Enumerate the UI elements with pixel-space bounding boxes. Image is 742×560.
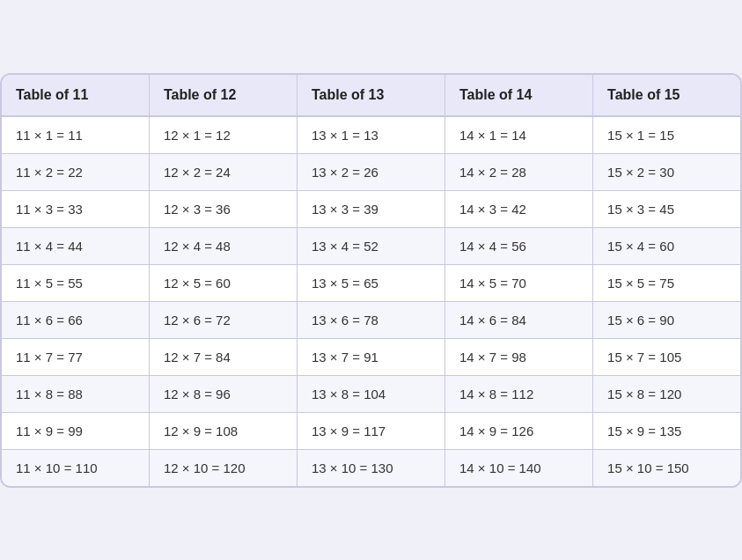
table-cell-r3-c2: 12 × 3 = 36 [149, 190, 297, 227]
table-cell-r9-c3: 13 × 9 = 117 [297, 412, 444, 449]
table-row: 11 × 1 = 1112 × 1 = 1213 × 1 = 1314 × 1 … [2, 116, 740, 154]
table-cell-r2-c3: 13 × 2 = 26 [297, 153, 444, 190]
table-cell-r6-c2: 12 × 6 = 72 [149, 301, 297, 338]
multiplication-table-container: Table of 11Table of 12Table of 13Table o… [0, 73, 742, 488]
table-cell-r2-c1: 11 × 2 = 22 [2, 153, 149, 190]
table-cell-r6-c4: 14 × 6 = 84 [445, 301, 593, 338]
table-header-col-1: Table of 11 [2, 75, 149, 116]
table-cell-r9-c1: 11 × 9 = 99 [2, 412, 149, 449]
table-cell-r1-c5: 15 × 1 = 15 [593, 116, 740, 154]
table-header-col-3: Table of 13 [297, 75, 444, 116]
table-cell-r7-c2: 12 × 7 = 84 [149, 338, 297, 375]
table-row: 11 × 6 = 6612 × 6 = 7213 × 6 = 7814 × 6 … [2, 301, 740, 338]
table-cell-r1-c2: 12 × 1 = 12 [149, 116, 297, 154]
table-cell-r1-c4: 14 × 1 = 14 [445, 116, 593, 154]
table-header-col-5: Table of 15 [593, 75, 740, 116]
table-cell-r5-c4: 14 × 5 = 70 [445, 264, 593, 301]
table-cell-r3-c4: 14 × 3 = 42 [445, 190, 593, 227]
table-body: 11 × 1 = 1112 × 1 = 1213 × 1 = 1314 × 1 … [2, 116, 740, 486]
multiplication-table: Table of 11Table of 12Table of 13Table o… [2, 75, 740, 486]
table-cell-r8-c3: 13 × 8 = 104 [297, 375, 444, 412]
table-cell-r4-c4: 14 × 4 = 56 [445, 227, 593, 264]
table-cell-r6-c3: 13 × 6 = 78 [297, 301, 444, 338]
table-cell-r6-c1: 11 × 6 = 66 [2, 301, 149, 338]
table-cell-r1-c1: 11 × 1 = 11 [2, 116, 149, 154]
table-row: 11 × 7 = 7712 × 7 = 8413 × 7 = 9114 × 7 … [2, 338, 740, 375]
table-cell-r8-c4: 14 × 8 = 112 [445, 375, 593, 412]
table-row: 11 × 5 = 5512 × 5 = 6013 × 5 = 6514 × 5 … [2, 264, 740, 301]
table-header-row: Table of 11Table of 12Table of 13Table o… [2, 75, 740, 116]
table-row: 11 × 2 = 2212 × 2 = 2413 × 2 = 2614 × 2 … [2, 153, 740, 190]
table-cell-r3-c1: 11 × 3 = 33 [2, 190, 149, 227]
table-row: 11 × 4 = 4412 × 4 = 4813 × 4 = 5214 × 4 … [2, 227, 740, 264]
table-cell-r2-c2: 12 × 2 = 24 [149, 153, 297, 190]
table-cell-r7-c3: 13 × 7 = 91 [297, 338, 444, 375]
table-cell-r8-c1: 11 × 8 = 88 [2, 375, 149, 412]
table-cell-r2-c4: 14 × 2 = 28 [445, 153, 593, 190]
table-row: 11 × 10 = 11012 × 10 = 12013 × 10 = 1301… [2, 449, 740, 486]
table-cell-r8-c2: 12 × 8 = 96 [149, 375, 297, 412]
table-cell-r6-c5: 15 × 6 = 90 [593, 301, 740, 338]
table-cell-r7-c1: 11 × 7 = 77 [2, 338, 149, 375]
table-cell-r4-c3: 13 × 4 = 52 [297, 227, 444, 264]
table-cell-r5-c3: 13 × 5 = 65 [297, 264, 444, 301]
table-cell-r9-c2: 12 × 9 = 108 [149, 412, 297, 449]
table-cell-r3-c3: 13 × 3 = 39 [297, 190, 444, 227]
table-cell-r10-c4: 14 × 10 = 140 [445, 449, 593, 486]
table-cell-r5-c1: 11 × 5 = 55 [2, 264, 149, 301]
table-cell-r8-c5: 15 × 8 = 120 [593, 375, 740, 412]
table-cell-r5-c2: 12 × 5 = 60 [149, 264, 297, 301]
table-cell-r10-c3: 13 × 10 = 130 [297, 449, 444, 486]
table-header-col-2: Table of 12 [149, 75, 297, 116]
table-cell-r7-c4: 14 × 7 = 98 [445, 338, 593, 375]
table-row: 11 × 9 = 9912 × 9 = 10813 × 9 = 11714 × … [2, 412, 740, 449]
table-cell-r9-c4: 14 × 9 = 126 [445, 412, 593, 449]
table-cell-r2-c5: 15 × 2 = 30 [593, 153, 740, 190]
table-row: 11 × 8 = 8812 × 8 = 9613 × 8 = 10414 × 8… [2, 375, 740, 412]
table-cell-r10-c5: 15 × 10 = 150 [593, 449, 740, 486]
table-row: 11 × 3 = 3312 × 3 = 3613 × 3 = 3914 × 3 … [2, 190, 740, 227]
table-cell-r10-c2: 12 × 10 = 120 [149, 449, 297, 486]
table-cell-r9-c5: 15 × 9 = 135 [593, 412, 740, 449]
table-cell-r4-c1: 11 × 4 = 44 [2, 227, 149, 264]
table-cell-r3-c5: 15 × 3 = 45 [593, 190, 740, 227]
table-cell-r1-c3: 13 × 1 = 13 [297, 116, 444, 154]
table-cell-r5-c5: 15 × 5 = 75 [593, 264, 740, 301]
table-cell-r4-c5: 15 × 4 = 60 [593, 227, 740, 264]
table-cell-r7-c5: 15 × 7 = 105 [593, 338, 740, 375]
table-cell-r10-c1: 11 × 10 = 110 [2, 449, 149, 486]
table-cell-r4-c2: 12 × 4 = 48 [149, 227, 297, 264]
table-header-col-4: Table of 14 [445, 75, 593, 116]
